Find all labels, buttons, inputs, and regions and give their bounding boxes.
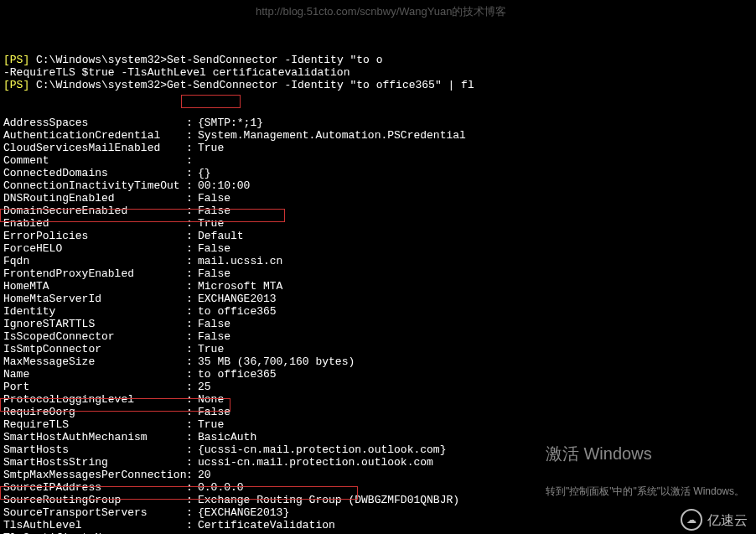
property-value: System.Management.Automation.PSCredentia… [198,129,466,142]
separator: : [186,368,198,381]
property-key: ErrorPolicies [3,230,186,242]
property-value: True [198,217,224,230]
terminal-line: ConnectedDomains:{} [3,167,756,179]
ps-prompt: [PS] [3,54,29,66]
separator: : [186,506,198,519]
separator: : [186,330,198,343]
separator: : [186,443,198,456]
property-value: CertificateValidation [198,519,335,531]
terminal-line: Fqdn:mail.ucssi.cn [3,255,756,267]
ps-prompt: [PS] [3,79,29,91]
separator: : [186,431,198,443]
prompt-path: C:\Windows\system32> [29,79,167,91]
property-key: HomeMtaServerId [3,293,186,305]
terminal-line: SourceIPAddress:0.0.0.0 [3,481,756,494]
property-value: 0.0.0.0 [198,481,244,494]
terminal-line: AddressSpaces:{SMTP:*;1} [3,117,756,129]
terminal-line: Enabled:True [3,217,756,230]
terminal-line: -RequireTLS $true -TlsAuthLevel certific… [3,66,756,79]
terminal-line: ForceHELO:False [3,242,756,255]
property-key: RequireTLS [3,418,186,431]
property-value: {EXCHANGE2013} [198,506,289,519]
property-key: SmartHosts [3,443,186,456]
property-value: EXCHANGE2013 [198,293,277,305]
terminal-line: SmartHosts:{ucssi-cn.mail.protection.out… [3,443,756,456]
property-key: SourceIPAddress [3,481,186,494]
separator: : [186,381,198,393]
watermark-top-text: http://blog.51cto.com/scnbwy/WangYuan的技术… [256,5,506,18]
property-key: ConnectionInactivityTimeOut [3,179,186,192]
separator: : [186,406,198,418]
property-key: DomainSecureEnabled [3,205,186,217]
terminal-line: FrontendProxyEnabled:False [3,267,756,280]
terminal-line: SourceTransportServers:{EXCHANGE2013} [3,506,756,519]
property-value: 20 [198,469,211,481]
command-text: Set-SendConnector -Identity "to o [167,54,382,66]
property-value: True [198,142,224,154]
terminal-line: CloudServicesMailEnabled:True [3,142,756,154]
terminal-line: SmartHostAuthMechanism:BasicAuth [3,431,756,443]
terminal-line: [PS] C:\Windows\system32>Set-SendConnect… [3,54,756,66]
property-key: Enabled [3,217,186,230]
property-key: CloudServicesMailEnabled [3,142,186,154]
terminal-line: HomeMtaServerId:EXCHANGE2013 [3,293,756,305]
property-value: Default [198,230,244,242]
terminal-line: MaxMessageSize:35 MB (36,700,160 bytes) [3,355,756,368]
terminal-line [3,91,756,104]
property-key: AddressSpaces [3,117,186,129]
separator: : [186,343,198,355]
separator: : [186,393,198,406]
separator: : [186,230,198,242]
terminal-line: Identity:to office365 [3,305,756,318]
separator: : [186,192,198,205]
property-value: False [198,242,230,255]
property-key: SmartHostsString [3,456,186,469]
terminal-line: Comment: [3,154,756,167]
separator: : [186,117,198,129]
command-text: Get-SendConnector -Identity "to office36… [167,79,474,91]
terminal-line: Name:to office365 [3,368,756,381]
separator: : [186,494,198,506]
separator: : [186,293,198,305]
property-value: BasicAuth [198,431,256,443]
property-value: mail.ucssi.cn [198,255,282,267]
separator: : [186,167,198,179]
terminal-output: [PS] C:\Windows\system32>Set-SendConnect… [3,54,756,534]
property-key: SourceTransportServers [3,506,186,519]
property-key: FrontendProxyEnabled [3,267,186,280]
property-value: 00:10:00 [198,179,250,192]
separator: : [186,519,198,531]
property-key: IgnoreSTARTTLS [3,318,186,330]
property-key: Comment [3,154,186,167]
terminal-line: ErrorPolicies:Default [3,230,756,242]
separator: : [186,129,198,142]
terminal-line: SmartHostsString:ucssi-cn.mail.protectio… [3,456,756,469]
property-value: 25 [198,381,211,393]
property-value: False [198,406,230,418]
property-value: False [198,267,230,280]
terminal-line: HomeMTA:Microsoft MTA [3,280,756,293]
property-value: 35 MB (36,700,160 bytes) [198,355,355,368]
terminal-line: [PS] C:\Windows\system32>Get-SendConnect… [3,79,756,91]
property-value: None [198,393,224,406]
separator: : [186,179,198,192]
separator: : [186,418,198,431]
terminal-line: ProtocolLoggingLevel:None [3,393,756,406]
property-key: HomeMTA [3,280,186,293]
separator: : [186,481,198,494]
property-value: {} [198,167,211,179]
property-key: Port [3,381,186,393]
property-value: Microsoft MTA [198,280,282,293]
separator: : [186,318,198,330]
property-value: False [198,330,230,343]
property-key: SourceRoutingGroup [3,494,186,506]
terminal-line: Port:25 [3,381,756,393]
terminal-line: DomainSecureEnabled:False [3,205,756,217]
terminal-line [3,104,756,117]
property-value: True [198,418,224,431]
property-key: ConnectedDomains [3,167,186,179]
property-key: ForceHELO [3,242,186,255]
property-key: SmartHostAuthMechanism [3,431,186,443]
property-key: AuthenticationCredential [3,129,186,142]
terminal-line: RequireOorg:False [3,406,756,418]
